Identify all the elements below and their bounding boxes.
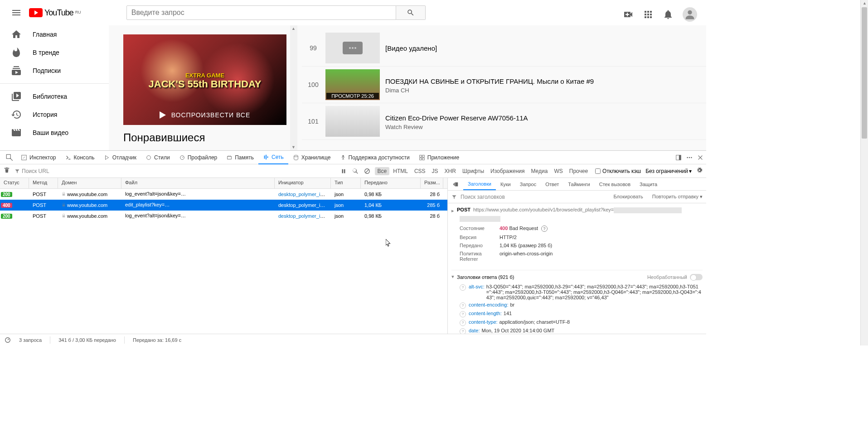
response-headers-section[interactable]: Заголовки ответа (921 б) xyxy=(457,274,514,280)
throttle-select[interactable]: Без ограничений ▾ xyxy=(645,168,692,174)
column-header[interactable]: Домен xyxy=(58,178,121,188)
devtools-tab-Поддержка доступности[interactable]: Поддержка доступности xyxy=(335,151,414,164)
dock-icon[interactable] xyxy=(675,154,682,161)
details-tab-Заголовки[interactable]: Заголовки xyxy=(463,178,496,190)
network-status-bar: 3 запроса 341 б / 3,00 КБ передано Перед… xyxy=(0,334,706,345)
svg-rect-19 xyxy=(63,205,65,207)
devtools-tab-Хранилище[interactable]: Хранилище xyxy=(288,151,335,164)
close-icon[interactable] xyxy=(697,154,703,161)
video-index: 100 xyxy=(306,81,320,88)
filter-type-XHR[interactable]: XHR xyxy=(442,167,459,175)
filter-type-Прочее[interactable]: Прочее xyxy=(567,167,591,175)
raw-toggle[interactable] xyxy=(690,274,703,280)
filter-type-JS[interactable]: JS xyxy=(429,167,441,175)
svg-rect-4 xyxy=(228,156,232,159)
request-url: https://www.youtube.com/youtubei/v1/brow… xyxy=(473,207,682,213)
column-header[interactable]: Передано xyxy=(361,178,421,188)
devtools-tabs: Инспектор Консоль Отладчик Стили Профайл… xyxy=(0,151,706,164)
devtools-tab-Инспектор[interactable]: Инспектор xyxy=(16,151,61,164)
url-filter[interactable]: Поиск URL xyxy=(15,168,49,174)
youtube-logo[interactable]: YouTube RU xyxy=(29,8,81,18)
filter-type-Медиа[interactable]: Медиа xyxy=(528,167,550,175)
search-input[interactable] xyxy=(126,5,396,20)
column-header[interactable]: Инициатор xyxy=(275,178,331,188)
filter-type-Изображения[interactable]: Изображения xyxy=(488,167,527,175)
details-tab-Стек вызовов[interactable]: Стек вызовов xyxy=(595,178,635,190)
devtools-tab-Приложение[interactable]: Приложение xyxy=(414,151,464,164)
svg-point-6 xyxy=(342,155,344,157)
video-thumbnail xyxy=(325,33,380,63)
filter-type-Шрифты[interactable]: Шрифты xyxy=(460,167,487,175)
performance-icon[interactable] xyxy=(5,337,11,343)
element-picker-icon[interactable] xyxy=(5,153,14,162)
video-row[interactable]: 101Citizen Eco-Drive Power Reserve AW705… xyxy=(302,103,706,140)
details-tab-Тайминги[interactable]: Тайминги xyxy=(563,178,594,190)
content-scrollbar[interactable] xyxy=(290,25,297,150)
sidebar-item-home[interactable]: Главная xyxy=(0,25,109,43)
svg-point-15 xyxy=(691,157,692,158)
menu-icon[interactable] xyxy=(11,7,22,18)
devtools-tab-Стили[interactable]: Стили xyxy=(141,151,175,164)
devtools-tab-Профайлер[interactable]: Профайлер xyxy=(175,151,222,164)
apps-icon[interactable] xyxy=(643,9,654,20)
sidebar-item-library[interactable]: Библиотека xyxy=(0,87,109,106)
column-header[interactable]: Метод xyxy=(29,178,58,188)
video-list: 99[Видео удалено]100ПРОСМОТР 25:26ПОЕЗДК… xyxy=(297,25,706,150)
svg-rect-20 xyxy=(63,216,65,218)
video-index: 101 xyxy=(306,118,320,125)
svg-rect-18 xyxy=(63,194,65,196)
video-row[interactable]: 100ПРОСМОТР 25:26ПОЕЗДКИ НА СВИНЬЕ и ОТК… xyxy=(302,67,706,103)
svg-rect-8 xyxy=(422,155,424,157)
clear-icon[interactable] xyxy=(4,167,10,175)
youtube-play-icon xyxy=(29,8,43,17)
create-icon[interactable] xyxy=(623,9,634,20)
sidebar-item-your-videos[interactable]: Ваши видео xyxy=(0,124,109,142)
network-request-row[interactable]: 200 POST www.youtube.com log_event?alt=j… xyxy=(0,211,447,221)
back-icon[interactable] xyxy=(448,178,463,190)
column-header[interactable]: Файл xyxy=(121,178,275,188)
sidebar-item-subscriptions[interactable]: Подписки xyxy=(0,62,109,80)
content: EXTRA GAME JACK'S 55th BIRTHDAY ВОСПРОИЗ… xyxy=(109,25,706,150)
details-tab-Запрос[interactable]: Запрос xyxy=(515,178,541,190)
column-header[interactable]: Тип xyxy=(331,178,361,188)
filter-type-CSS[interactable]: CSS xyxy=(412,167,428,175)
column-header[interactable]: Статус xyxy=(0,178,29,188)
notifications-icon[interactable] xyxy=(663,9,674,20)
details-tab-Куки[interactable]: Куки xyxy=(496,178,515,190)
play-all-button[interactable]: ВОСПРОИЗВЕСТИ ВСЕ xyxy=(160,107,251,125)
svg-point-5 xyxy=(294,155,298,157)
network-request-row[interactable]: 400 POST www.youtube.com edit_playlist?k… xyxy=(0,200,447,211)
devtools-tab-Консоль[interactable]: Консоль xyxy=(61,151,99,164)
filter-type-WS[interactable]: WS xyxy=(551,167,565,175)
video-index: 99 xyxy=(306,44,320,52)
disable-cache-checkbox[interactable]: Отключить кэш xyxy=(595,168,641,174)
column-header[interactable]: Разм... xyxy=(421,178,443,188)
more-icon[interactable] xyxy=(686,154,693,161)
devtools-tab-Отладчик[interactable]: Отладчик xyxy=(99,151,141,164)
resend-link[interactable]: Повторить отправку ▾ xyxy=(648,194,703,199)
playlist-hero-image[interactable]: EXTRA GAME JACK'S 55th BIRTHDAY ВОСПРОИЗ… xyxy=(123,34,286,125)
sidebar-item-history[interactable]: История xyxy=(0,106,109,124)
filter-type-Все[interactable]: Все xyxy=(375,167,390,175)
page-scrollbar[interactable] xyxy=(860,0,868,345)
devtools-tab-Память[interactable]: Память xyxy=(222,151,258,164)
avatar[interactable] xyxy=(683,7,697,22)
block-link[interactable]: Блокировать xyxy=(613,194,643,199)
search-button[interactable] xyxy=(396,5,426,20)
devtools-tab-Сеть[interactable]: Сеть xyxy=(258,151,288,164)
settings-icon[interactable] xyxy=(696,167,703,175)
video-row[interactable]: 99[Видео удалено] xyxy=(302,30,706,67)
search-icon[interactable] xyxy=(352,168,359,174)
details-tab-Ответ[interactable]: Ответ xyxy=(541,178,563,190)
headers-search-input[interactable]: Поиск заголовков xyxy=(461,194,605,200)
network-request-row[interactable]: 200 POST www.youtube.com log_event?alt=j… xyxy=(0,189,447,200)
block-icon[interactable] xyxy=(364,168,370,174)
expand-icon[interactable]: ▸ xyxy=(451,208,454,214)
sidebar-item-trending[interactable]: В тренде xyxy=(0,43,109,62)
pause-icon[interactable] xyxy=(340,168,347,174)
details-tab-Защита[interactable]: Защита xyxy=(635,178,662,190)
filter-type-HTML[interactable]: HTML xyxy=(390,167,411,175)
video-author: Dima CH xyxy=(385,87,702,94)
hero-big-text: JACK'S 55th BIRTHDAY xyxy=(149,78,262,90)
collapse-icon[interactable]: ▸ xyxy=(450,276,456,278)
